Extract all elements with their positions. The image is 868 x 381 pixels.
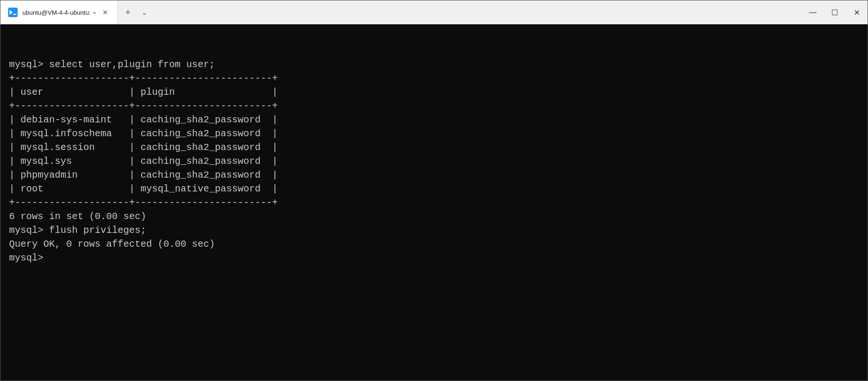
terminal-body[interactable]: mysql> select user,plugin from user;+---… <box>0 24 868 381</box>
terminal-line: +--------------------+------------------… <box>9 196 859 210</box>
new-tab-button[interactable]: + <box>118 0 137 24</box>
terminal-line: mysql> select user,plugin from user; <box>9 58 859 71</box>
terminal-icon <box>8 8 18 17</box>
minimize-button[interactable]: — <box>802 0 824 24</box>
tab-dropdown-button[interactable]: ⌄ <box>137 0 151 24</box>
terminal-window: ubuntu@VM-4-4-ubuntu: ~ ✕ + ⌄ — ☐ ✕ mysq… <box>0 0 868 381</box>
terminal-line: 6 rows in set (0.00 sec) <box>9 210 859 223</box>
maximize-button[interactable]: ☐ <box>824 0 846 24</box>
terminal-line: +--------------------+------------------… <box>9 71 859 85</box>
active-tab[interactable]: ubuntu@VM-4-4-ubuntu: ~ ✕ <box>0 0 118 24</box>
terminal-line: | root | mysql_native_password | <box>9 182 859 196</box>
terminal-line: | phpmyadmin | caching_sha2_password | <box>9 168 859 182</box>
terminal-line: | user | plugin | <box>9 85 859 99</box>
terminal-line: +--------------------+------------------… <box>9 99 859 113</box>
titlebar-left: ubuntu@VM-4-4-ubuntu: ~ ✕ + ⌄ <box>0 0 151 24</box>
terminal-line: | debian-sys-maint | caching_sha2_passwo… <box>9 113 859 127</box>
terminal-line: | mysql.infoschema | caching_sha2_passwo… <box>9 127 859 140</box>
terminal-line: | mysql.session | caching_sha2_password … <box>9 140 859 154</box>
terminal-line: Query OK, 0 rows affected (0.00 sec) <box>9 237 859 251</box>
terminal-line: mysql> flush privileges; <box>9 223 859 237</box>
titlebar-right: — ☐ ✕ <box>802 0 868 24</box>
close-button[interactable]: ✕ <box>846 0 868 24</box>
terminal-line: mysql> <box>9 251 859 265</box>
tab-close-button[interactable]: ✕ <box>101 8 110 17</box>
tab-label: ubuntu@VM-4-4-ubuntu: ~ <box>22 9 96 16</box>
terminal-line: | mysql.sys | caching_sha2_password | <box>9 154 859 168</box>
titlebar: ubuntu@VM-4-4-ubuntu: ~ ✕ + ⌄ — ☐ ✕ <box>0 0 868 24</box>
